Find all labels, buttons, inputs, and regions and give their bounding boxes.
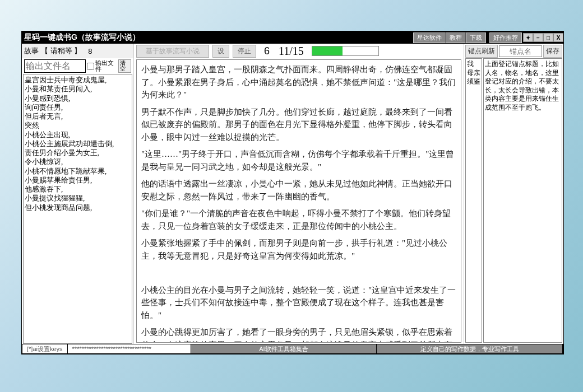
outline-list[interactable]: 皇宫因士兵中毒变成鬼屋,小曼和某责任男闯入,小曼感到恐惧,询问责任男,但后者无言…: [23, 74, 132, 344]
story-label: 故事: [24, 46, 39, 56]
outline-item[interactable]: 但小桃发现商品问题,: [25, 203, 131, 212]
ai-keys-segment[interactable]: [*]ai设置keys: [22, 344, 68, 353]
maximize-button[interactable]: □: [543, 33, 553, 42]
generate-button[interactable]: 基于故事流写小说: [136, 45, 209, 58]
outline-item[interactable]: 小桃公主施展武功却遭击倒,: [25, 139, 131, 148]
main-area: 故事 【 请稍等 】 8 输出文件 清空 皇宫因士兵中毒变成鬼屋,小曼和某责任男…: [22, 44, 563, 344]
toolbox-segment[interactable]: AI软件工具箱集合: [191, 344, 377, 353]
right-columns: 我 母亲 须鉴 上面登记锚点标题，比如人名，物名，地名，这里登记对应的介绍，不要…: [464, 58, 563, 344]
center-toolbar: 基于故事流写小说 设 停止 6 11/15: [134, 44, 464, 58]
progress-fraction: 11/15: [279, 45, 304, 58]
tab-recommend[interactable]: 好作推荐: [489, 32, 522, 43]
story-paragraph: 他的话语中透露出一丝凄凉，小曼心中一紧，她从未见过他如此神情。正当她欲开口安慰之…: [141, 178, 456, 203]
center-pane: 基于故事流写小说 设 停止 6 11/15 小曼与那男子踏入皇宫，一股阴森之气扑…: [134, 44, 464, 344]
stop-button[interactable]: 停止: [233, 45, 256, 58]
story-paragraph: 小曼紧张地握紧了手中的佩剑，而那男子则是向前一步，拱手行礼道："见过小桃公主，我…: [141, 237, 456, 262]
outline-item[interactable]: 小曼和某责任男闯入,: [25, 85, 131, 94]
anchor-keys-column[interactable]: 我 母亲 须鉴: [465, 58, 482, 343]
progress-fill: [312, 46, 343, 55]
tab-tutorial[interactable]: 教程: [446, 32, 466, 43]
output-file-checkbox[interactable]: [87, 63, 94, 70]
outline-item[interactable]: 小桃不情愿地下跪献苹果,: [25, 167, 131, 176]
titlebar: 星码一键成书G（故事流写小说） 星达软件 教程 下载 好作推荐 ✦ − □ X: [22, 31, 563, 44]
outline-item[interactable]: 令小桃惊讶,: [25, 157, 131, 166]
count-number: 6: [264, 45, 270, 57]
anchor-refresh-button[interactable]: 锚点刷新: [465, 45, 498, 58]
app-window: 星码一键成书G（故事流写小说） 星达软件 教程 下载 好作推荐 ✦ − □ X …: [21, 31, 564, 354]
story-paragraph: [141, 267, 456, 279]
left-toolbar: 故事 【 请稍等 】 8: [22, 44, 133, 58]
tab-download[interactable]: 下载: [466, 32, 486, 43]
tab-software[interactable]: 星达软件: [413, 32, 446, 43]
story-paragraph: 小曼的心跳得更加厉害了，她看了一眼身旁的男子，只见他眉头紧锁，似乎在思索着什么。…: [141, 326, 456, 343]
anchor-desc-column[interactable]: 上面登记锚点标题，比如人名，物名，地名，这里登记对应的介绍，不要太长，太长会导致…: [483, 58, 562, 343]
story-paragraph: "这里……"男子终于开口，声音低沉而含糊，仿佛每个字都承载着千斤重担。"这里曾是…: [141, 148, 456, 173]
story-paragraph: "你们是谁？"一个清脆的声音在夜色中响起，吓得小曼不禁打了个寒颤。他们转身望去，…: [141, 207, 456, 232]
clear-button[interactable]: 清空: [118, 59, 132, 73]
close-button[interactable]: X: [553, 33, 563, 42]
outline-item[interactable]: 但后者无言,: [25, 112, 131, 121]
outline-item[interactable]: 小曼提议找猩猩猩,: [25, 194, 131, 203]
status-bar: [*]ai设置keys ****************************…: [22, 344, 563, 354]
window-controls: ✦ − □ X: [523, 33, 563, 42]
outline-item[interactable]: 小桃公主出现,: [25, 130, 131, 139]
outline-item[interactable]: 责任男介绍小曼为女王,: [25, 148, 131, 157]
right-toolbar: 锚点刷新 保存: [464, 44, 563, 58]
outline-item[interactable]: 他感激吞下,: [25, 185, 131, 194]
outline-item[interactable]: 小曼感到恐惧,: [25, 94, 131, 103]
output-filename-input[interactable]: [24, 59, 86, 73]
story-textarea[interactable]: 小曼与那男子踏入皇宫，一股阴森之气扑面而来。四周静得出奇，仿佛连空气都凝固了。小…: [136, 59, 461, 343]
star-icon[interactable]: ✦: [523, 33, 533, 42]
outline-item[interactable]: 小曼赐苹果给责任男,: [25, 176, 131, 185]
story-paragraph: 男子默不作声，只是脚步加快了几分。他们穿过长廊，越过庭院，最终来到了一间看似已被…: [141, 106, 456, 144]
anchor-name-input[interactable]: [499, 45, 542, 57]
window-title: 星码一键成书G（故事流写小说）: [22, 32, 413, 43]
outline-item[interactable]: 询问责任男,: [25, 103, 131, 112]
right-pane: 锚点刷新 保存 我 母亲 须鉴 上面登记锚点标题，比如人名，物名，地名，这里登记…: [464, 44, 563, 344]
left-pane: 故事 【 请稍等 】 8 输出文件 清空 皇宫因士兵中毒变成鬼屋,小曼和某责任男…: [22, 44, 134, 344]
save-button[interactable]: 保存: [543, 45, 562, 58]
story-paragraph: 小曼与那男子踏入皇宫，一股阴森之气扑面而来。四周静得出奇，仿佛连空气都凝固了。小…: [141, 63, 456, 101]
outfile-row: 输出文件 清空: [22, 58, 133, 74]
wait-number: 8: [88, 47, 92, 55]
outline-item[interactable]: 皇宫因士兵中毒变成鬼屋,: [25, 76, 131, 85]
progress-bar: [312, 46, 379, 56]
define-segment[interactable]: 定义自己的写作数据，专业写作工具: [377, 344, 563, 353]
top-tabs: 星达软件 教程 下载 好作推荐: [413, 32, 522, 43]
output-file-label: 输出文件: [95, 60, 117, 72]
keys-mask: *********************************: [68, 344, 191, 353]
minimize-button[interactable]: −: [533, 33, 543, 42]
outline-item[interactable]: 突然: [25, 121, 131, 130]
story-paragraph: 小桃公主的目光在小曼与男子之间流转，她轻轻一笑，说道："这皇宫中近来发生了一些怪…: [141, 284, 456, 322]
wait-status: 【 请稍等 】: [41, 46, 81, 56]
settings-button[interactable]: 设: [212, 45, 229, 58]
